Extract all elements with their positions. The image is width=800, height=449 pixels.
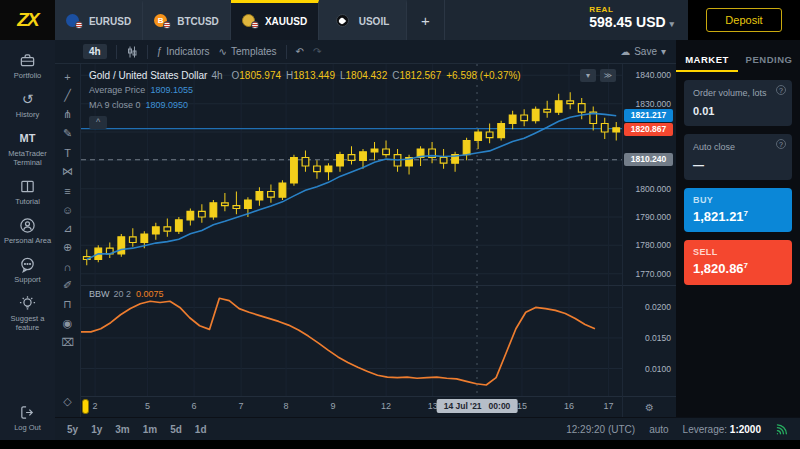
candlestick-icon <box>126 46 138 58</box>
order-tab-pending[interactable]: PENDING <box>738 48 800 72</box>
time-label: 8 <box>284 401 289 411</box>
indicator-axis[interactable]: 0.02000.01500.0100 <box>623 286 676 397</box>
range-button-5d[interactable]: 5d <box>170 424 182 435</box>
order-volume-value[interactable]: 0.01 <box>693 105 783 117</box>
order-volume-field[interactable]: Order volume, lots 0.01 ? <box>684 80 792 126</box>
indicators-button[interactable]: ƒ Indicators <box>157 46 210 57</box>
event-marker[interactable] <box>82 399 89 414</box>
timeframe-button[interactable]: 4h <box>83 44 107 59</box>
toolbar-divider <box>286 45 287 59</box>
account-caret-icon[interactable]: ▾ <box>669 19 674 29</box>
ohlc-value: 1804.432 <box>346 70 388 81</box>
indicator-legend[interactable]: BBW20 20.0075 <box>89 289 164 299</box>
overlay-average-price[interactable]: Average Price1809.1055 <box>89 83 521 98</box>
range-button-5y[interactable]: 5y <box>67 424 78 435</box>
volume-help-icon[interactable]: ? <box>776 85 786 95</box>
trendline-tool-icon[interactable]: ╱ <box>60 88 76 103</box>
deposit-area: Deposit <box>688 0 800 40</box>
price-pane[interactable]: Gold / United States Dollar4hO1805.974H1… <box>81 64 622 286</box>
legend-collapse-button[interactable]: ^ <box>89 116 107 129</box>
symbol-tab-btcusd[interactable]: BBTCUSD <box>143 0 231 40</box>
measure-tool-icon[interactable]: ⊿ <box>60 221 76 236</box>
sidebar-item-metatrader-terminal[interactable]: MTMetaTrader Terminal <box>1 130 55 167</box>
zoom-in-tool-icon[interactable]: ⊕ <box>60 240 76 255</box>
save-template-button[interactable]: ☁ Save ▾ <box>620 46 666 57</box>
magnet-tool-icon[interactable]: ∩ <box>60 259 76 274</box>
deposit-button[interactable]: Deposit <box>706 8 781 32</box>
scroll-to-latest-button[interactable]: ≫ <box>600 69 616 82</box>
symbol-tab-usoil[interactable]: USOIL <box>319 0 407 40</box>
favorites-tool-icon[interactable]: ◇ <box>60 394 76 409</box>
range-button-1d[interactable]: 1d <box>195 424 207 435</box>
bulb-icon <box>19 295 36 311</box>
chart-type-button[interactable] <box>126 46 138 58</box>
text-tool-icon[interactable]: T <box>60 145 76 160</box>
sell-button[interactable]: SELL 1,820.867 <box>684 240 792 284</box>
sidebar-item-support[interactable]: Support <box>1 256 55 284</box>
range-button-3m[interactable]: 3m <box>115 424 129 435</box>
ask-price-tag: 1821.217 <box>624 109 673 122</box>
time-label: 5 <box>145 401 150 411</box>
pitchfork-tool-icon[interactable]: ⋔ <box>60 107 76 122</box>
redo-button[interactable]: ↷ <box>313 46 321 57</box>
cloud-icon: ☁ <box>620 46 630 57</box>
account-selector[interactable]: REAL 598.45 USD ▾ <box>589 0 688 40</box>
lock-tool-icon[interactable]: ⊓ <box>60 297 76 312</box>
btc-usd-icon: B <box>154 14 171 29</box>
price-tick: 1800.000 <box>636 184 671 194</box>
range-button-1y[interactable]: 1y <box>91 424 102 435</box>
price-axis[interactable]: 1840.0001830.0001820.0001810.0001800.000… <box>623 64 676 286</box>
hide-tool-icon[interactable]: ◉ <box>60 316 76 331</box>
range-button-1m[interactable]: 1m <box>143 424 157 435</box>
add-symbol-tab-button[interactable]: + <box>407 0 445 40</box>
bbw-indicator-chart[interactable] <box>81 286 622 396</box>
draw-mode-tool-icon[interactable]: ✐ <box>60 278 76 293</box>
delete-tool-icon[interactable]: ⌧ <box>60 335 76 350</box>
indicator-tick: 0.0100 <box>645 364 671 374</box>
leverage-info: Leverage: 1:2000 <box>683 424 761 435</box>
pane-collapse-button[interactable]: ▾ <box>580 69 596 82</box>
account-balance: 598.45 USD ▾ <box>589 14 674 30</box>
brand-logo[interactable]: ZX <box>0 0 55 40</box>
sidebar-item-history[interactable]: ↺History <box>1 91 55 119</box>
buy-price: 1,821.217 <box>693 209 783 224</box>
undo-button[interactable]: ↶ <box>296 46 304 57</box>
pattern-tool-icon[interactable]: ⋈ <box>60 164 76 179</box>
order-tab-market[interactable]: MARKET <box>676 48 738 72</box>
time-label: 17 <box>603 401 613 411</box>
sidebar-item-tutorial[interactable]: Tutorial <box>1 178 55 206</box>
crosshair-tool-icon[interactable]: + <box>60 69 76 84</box>
axis-settings-gear-icon[interactable]: ⚙ <box>645 402 654 413</box>
time-label: 12 <box>381 401 391 411</box>
indicator-pane[interactable]: BBW20 20.0075 <box>81 286 622 397</box>
emoji-tool-icon[interactable]: ☺ <box>60 202 76 217</box>
sidebar-item-suggest-feature[interactable]: Suggest a feature <box>1 295 55 332</box>
sidebar-item-label: Tutorial <box>15 197 40 206</box>
price-tick: 1770.000 <box>636 269 671 279</box>
buy-button[interactable]: BUY 1,821.217 <box>684 188 792 232</box>
chat-icon <box>19 256 36 272</box>
symbol-tab-eurusd[interactable]: EURUSD <box>55 0 143 40</box>
account-type-badge: REAL <box>589 5 674 14</box>
chart-area: 4h ƒ Indicators ∿ Templates <box>55 40 676 417</box>
fibonacci-tool-icon[interactable]: ≡ <box>60 183 76 198</box>
time-axis[interactable]: 256789121315161714 Jul '2100:00 <box>81 397 622 417</box>
ohlc-value: 1805.974 <box>239 70 281 81</box>
templates-button[interactable]: ∿ Templates <box>219 46 277 57</box>
auto-close-field[interactable]: Auto close — ? <box>684 134 792 180</box>
chart-legend: Gold / United States Dollar4hO1805.974H1… <box>89 68 521 129</box>
overlay-ma[interactable]: MA 9 close 01809.0950 <box>89 98 521 113</box>
sidebar-item-label: Log Out <box>14 423 41 432</box>
auto-close-value[interactable]: — <box>693 159 783 171</box>
auto-close-help-icon[interactable]: ? <box>776 139 786 149</box>
brush-tool-icon[interactable]: ✎ <box>60 126 76 141</box>
symbol-tab-xauusd[interactable]: XAUUSD <box>231 0 319 40</box>
sidebar-item-portfolio[interactable]: Portfolio <box>1 52 55 80</box>
order-panel: MARKETPENDING Order volume, lots 0.01 ? … <box>676 40 800 417</box>
timezone-mode[interactable]: auto <box>649 424 668 435</box>
time-label: 15 <box>517 401 527 411</box>
sidebar-item-log-out[interactable]: Log Out <box>1 404 55 432</box>
legend-row-main: Gold / United States Dollar4hO1805.974H1… <box>89 68 521 83</box>
sidebar-item-label: Support <box>14 275 40 284</box>
sidebar-item-personal-area[interactable]: Personal Area <box>1 217 55 245</box>
